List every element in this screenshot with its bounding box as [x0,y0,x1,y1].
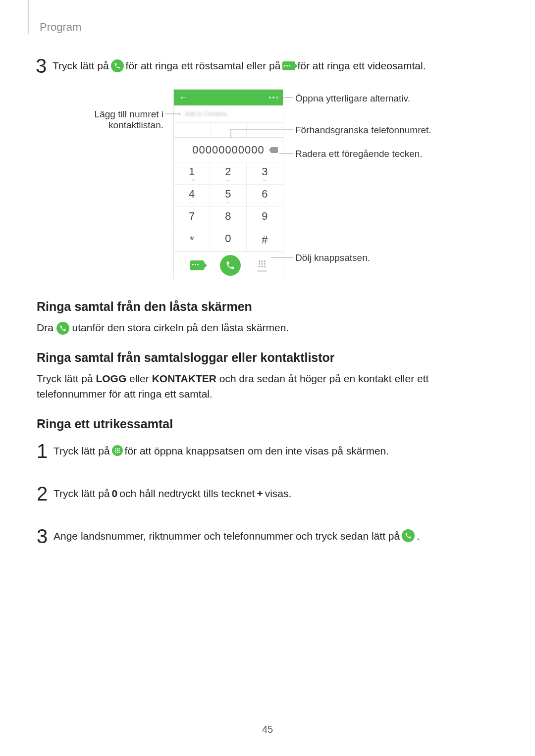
step-number: 2 [37,480,54,507]
step-number: 3 [37,522,54,550]
svg-point-19 [116,450,118,452]
callout-delete-char: Radera ett föregående tecken. [295,149,423,159]
text: och håll nedtryckt tills tecknet [119,486,255,501]
svg-point-23 [118,452,120,454]
svg-point-18 [115,450,116,452]
svg-point-7 [261,265,263,267]
svg-point-20 [118,450,120,452]
heading-logs: Ringa samtal från samtalsloggar eller ko… [37,351,498,365]
more-options-icon [269,97,278,99]
intl-step-3: 3 Ange landsnummer, riktnummer och telef… [37,522,498,550]
text: visas. [265,486,292,501]
callout-more-options: Öppna ytterligare alternativ. [295,93,410,104]
para-logs: Tryck lätt på LOGG eller KONTAKTER och d… [37,371,498,402]
svg-point-17 [118,449,120,450]
text: . [417,529,420,543]
keypad-key: 1O.O [174,162,210,185]
heading-lock: Ringa samtal från den låsta skärmen [37,300,498,314]
svg-point-4 [261,263,263,264]
svg-point-15 [115,449,116,450]
callout-preview-number: Förhandsgranska telefonnumret. [295,125,431,136]
svg-point-8 [264,265,265,267]
svg-point-5 [264,263,265,264]
entered-number: 00000000000 [174,138,283,162]
text-sections: Ringa samtal från den låsta skärmen Dra … [37,285,498,565]
margin-bar [28,0,29,34]
page-header: Program [40,21,81,34]
para-lock: Dra utanför den stora cirkeln på den lås… [37,320,498,336]
phone-mock: ← + Add to Contacts 00000000000 1O.O2—3—… [173,89,283,279]
plus-icon: + [178,110,182,118]
svg-point-6 [259,265,260,267]
svg-point-16 [116,449,118,450]
keypad-key: 6— [247,185,283,207]
keypad-key: 9— [247,207,283,229]
document-body: 3 Tryck lätt på för att ringa ett röstsa… [36,52,499,95]
text: Tryck lätt på [54,486,110,501]
video-call-icon [282,61,295,70]
heading-intl: Ringa ett utrikessamtal [37,417,498,431]
keypad-key: 4— [174,185,210,207]
step-3-intro: 3 Tryck lätt på för att ringa ett röstsa… [36,52,499,80]
section-lock: Ringa samtal från den låsta skärmen Dra … [37,300,498,336]
keypad-key: 8— [210,207,246,229]
call-button [220,255,241,276]
svg-point-0 [259,260,260,262]
text: eller [126,373,152,384]
section-logs: Ringa samtal från samtalsloggar eller ko… [37,351,498,402]
intl-step-1: 1 Tryck lätt på för att öppna knappsatse… [37,437,498,465]
keypad-key: 3— [247,162,283,185]
call-icon [56,322,69,335]
add-to-contacts-row: + Add to Contacts [174,105,283,123]
video-call-button [190,260,204,270]
page-number: 45 [262,724,273,735]
text: utanför den stora cirkeln på den låsta s… [72,322,289,333]
svg-point-22 [116,452,118,454]
text-bold: LOGG [96,373,126,384]
text: för att ringa ett röstsamtal eller på [126,58,281,73]
dialer-action-row [174,252,283,279]
text: för att öppna knappsatsen om den inte vi… [125,444,389,458]
svg-point-1 [261,260,263,262]
keypad-key: 7— [174,207,210,229]
step-number: 3 [36,52,53,80]
hide-keypad-button [257,259,267,272]
keypad-key: * [174,229,210,252]
keypad: 1O.O2—3—4—5—6—7—8—9—*0+# [174,162,283,252]
call-icon [111,59,124,72]
dialer-tabs [174,123,283,138]
add-to-contacts-label: Add to Contacts [185,110,227,117]
section-intl: Ringa ett utrikessamtal 1 Tryck lätt på … [37,417,498,550]
text: Ange landsnummer, riktnummer och telefon… [54,529,400,543]
backspace-icon [269,147,278,153]
svg-point-3 [259,263,260,264]
text: Dra [37,322,56,333]
text: för att ringa ett videosamtal. [297,58,426,73]
step-number: 1 [37,437,54,465]
svg-point-2 [264,260,265,262]
text-bold: + [257,486,263,501]
text-bold: 0 [112,486,118,501]
keypad-key: 5— [210,185,246,207]
callout-hide-keypad: Dölj knappsatsen. [295,252,370,263]
text-bold: KONTAKTER [152,373,216,384]
entered-number-text: 00000000000 [192,144,265,156]
svg-point-21 [115,452,116,454]
dialer-topbar: ← [174,90,283,105]
back-arrow-icon: ← [179,93,188,103]
keypad-key: # [247,229,283,252]
text: Tryck lätt på [37,373,96,384]
callout-add-contact: Lägg till numret i kontaktlistan. [52,109,163,131]
intl-step-2: 2 Tryck lätt på 0 och håll nedtryckt til… [37,480,498,507]
dialpad-icon [112,445,123,456]
text: Tryck lätt på [53,58,109,73]
call-icon [402,529,415,542]
keypad-key: 0+ [210,229,246,252]
dialer-screenshot: ← + Add to Contacts 00000000000 1O.O2—3—… [173,89,282,279]
text: Tryck lätt på [54,444,110,458]
keypad-key: 2— [210,162,246,185]
